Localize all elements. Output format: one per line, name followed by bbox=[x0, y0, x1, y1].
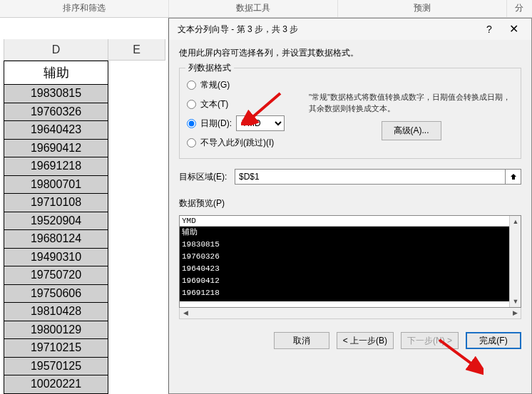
radio-date-label: 日期(D): bbox=[200, 118, 232, 130]
preview-line: 19691218 bbox=[180, 287, 521, 299]
scroll-left-icon[interactable]: ◀ bbox=[180, 308, 191, 318]
table-row[interactable]: 19830815 bbox=[4, 85, 108, 103]
cancel-button[interactable]: 取消 bbox=[274, 332, 329, 349]
preview-content[interactable]: 辅助 19830815 19760326 19640423 19690412 1… bbox=[180, 227, 521, 301]
table-row[interactable]: 19800701 bbox=[4, 176, 108, 195]
target-range-label: 目标区域(E): bbox=[179, 171, 235, 183]
radio-general-label: 常规(G) bbox=[200, 79, 230, 91]
preview-box: YMD 辅助 19830815 19760326 19640423 196904… bbox=[179, 215, 521, 308]
preview-label: 数据预览(P) bbox=[179, 197, 521, 209]
ribbon-group-forecast[interactable]: 预测 bbox=[337, 0, 506, 17]
table-row[interactable]: 10020221 bbox=[4, 375, 108, 394]
vertical-scrollbar[interactable]: ▲ ▼ bbox=[509, 216, 521, 307]
table-row[interactable]: 19490310 bbox=[4, 249, 108, 267]
table-row[interactable]: 19520904 bbox=[4, 212, 108, 231]
ribbon-group-partial: 分 bbox=[506, 0, 532, 17]
scroll-right-icon[interactable]: ▶ bbox=[509, 308, 521, 318]
spreadsheet: D E 辅助 19830815 19760326 19640423 196904… bbox=[0, 18, 168, 394]
target-range-input[interactable] bbox=[235, 169, 506, 185]
table-row[interactable]: 19760326 bbox=[4, 103, 108, 122]
scroll-up-icon[interactable]: ▲ bbox=[510, 216, 521, 227]
date-format-select[interactable]: YMD bbox=[236, 115, 285, 131]
column-format-fieldset: 列数据格式 常规(G) 文本(T) 日期(D): YM bbox=[179, 68, 521, 159]
radio-text-label: 文本(T) bbox=[200, 98, 228, 110]
radio-general[interactable] bbox=[187, 81, 196, 90]
scroll-down-icon[interactable]: ▼ bbox=[510, 296, 521, 307]
preview-line: 19760326 bbox=[180, 251, 521, 263]
table-row[interactable]: 19680124 bbox=[4, 230, 108, 249]
radio-date[interactable] bbox=[187, 119, 196, 128]
back-button[interactable]: < 上一步(B) bbox=[337, 332, 394, 349]
table-row[interactable]: 19691218 bbox=[4, 157, 108, 176]
table-row[interactable]: 19570125 bbox=[4, 358, 108, 376]
table-row[interactable]: 19710108 bbox=[4, 194, 108, 212]
radio-skip[interactable] bbox=[187, 138, 196, 147]
table-row[interactable]: 19710215 bbox=[4, 339, 108, 358]
table-row[interactable]: 19750720 bbox=[4, 266, 108, 285]
radio-text[interactable] bbox=[187, 100, 196, 109]
preview-column-header: YMD bbox=[180, 216, 521, 227]
preview-line: 19830815 bbox=[180, 239, 521, 251]
ribbon-group-datatools[interactable]: 数据工具 bbox=[168, 0, 337, 17]
table-row[interactable]: 19810428 bbox=[4, 303, 108, 321]
next-button: 下一步(N) > bbox=[401, 332, 459, 349]
ribbon-toolbar: 排序和筛选 数据工具 预测 分 bbox=[0, 0, 532, 18]
column-header-e[interactable]: E bbox=[108, 39, 165, 61]
finish-button[interactable]: 完成(F) bbox=[466, 332, 521, 349]
format-description: "常规"数据格式将数值转换成数字，日期值会转换成日期，其余数据则转换成文本。 bbox=[309, 91, 513, 114]
dialog-instruction: 使用此屏内容可选择各列，并设置其数据格式。 bbox=[179, 47, 521, 59]
column-header-d[interactable]: D bbox=[4, 39, 108, 61]
table-row[interactable]: 19690412 bbox=[4, 140, 108, 158]
help-button[interactable]: ? bbox=[477, 21, 501, 38]
advanced-button[interactable]: 高级(A)... bbox=[382, 121, 441, 140]
table-row[interactable]: 19800129 bbox=[4, 321, 108, 340]
table-row[interactable]: 19640423 bbox=[4, 121, 108, 140]
preview-line: 19690412 bbox=[180, 275, 521, 287]
table-row[interactable]: 19750606 bbox=[4, 285, 108, 304]
range-picker-icon bbox=[509, 172, 518, 181]
dialog-title: 文本分列向导 - 第 3 步，共 3 步 bbox=[178, 24, 477, 36]
table-header-cell[interactable]: 辅助 bbox=[4, 61, 108, 85]
radio-skip-label: 不导入此列(跳过)(I) bbox=[200, 137, 274, 149]
ribbon-group-sort[interactable]: 排序和筛选 bbox=[0, 0, 168, 17]
fieldset-legend: 列数据格式 bbox=[185, 62, 234, 74]
dialog-titlebar[interactable]: 文本分列向导 - 第 3 步，共 3 步 ? ✕ bbox=[169, 19, 531, 40]
range-picker-button[interactable] bbox=[506, 169, 521, 185]
text-to-columns-dialog: 文本分列向导 - 第 3 步，共 3 步 ? ✕ 使用此屏内容可选择各列，并设置… bbox=[168, 18, 532, 394]
preview-line: 辅助 bbox=[180, 227, 521, 239]
preview-line: 19640423 bbox=[180, 263, 521, 275]
close-button[interactable]: ✕ bbox=[501, 21, 526, 38]
horizontal-scrollbar[interactable]: ◀ ▶ bbox=[179, 308, 521, 319]
